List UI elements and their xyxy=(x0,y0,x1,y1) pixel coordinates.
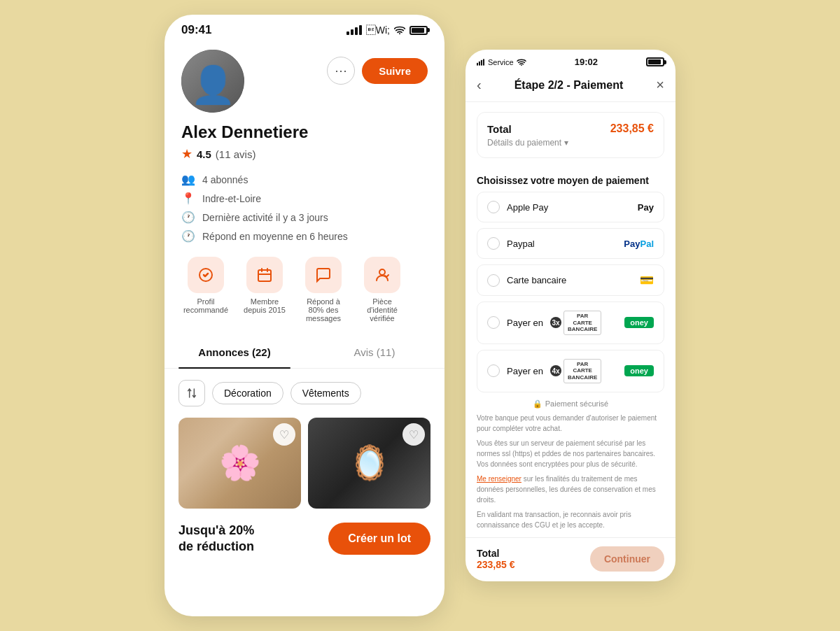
battery-right xyxy=(646,57,664,66)
total-amount: 233,85 € xyxy=(610,122,654,135)
lock-icon: 🔒 xyxy=(533,399,542,409)
legal-line2: Vous êtes sur un serveur de paiement séc… xyxy=(477,438,664,469)
footer-total-amount: 233,85 € xyxy=(477,559,515,570)
oney3-label: Payer en xyxy=(507,318,543,328)
continue-button[interactable]: Continuer xyxy=(590,546,664,572)
card-label: Carte bancaire xyxy=(507,275,566,285)
close-button[interactable]: × xyxy=(656,77,664,93)
legal-line1: Votre banque peut vous demander d'autori… xyxy=(477,413,664,434)
signal-icon-right xyxy=(477,59,485,66)
messages-icon xyxy=(305,257,342,293)
payment-option-card[interactable]: Carte bancaire 💳 xyxy=(477,264,664,296)
badge-recommended: Profil recommandé xyxy=(181,257,230,322)
location-item: 📍 Indre-et-Loire xyxy=(181,192,428,205)
create-lot-button[interactable]: Créer un lot xyxy=(328,523,430,555)
star-icon: ★ xyxy=(181,146,192,162)
favorite-button-2[interactable]: ♡ xyxy=(402,423,425,446)
payment-header: ‹ Étape 2/2 - Paiement × xyxy=(465,71,676,102)
followers-text: 4 abonnés xyxy=(202,174,248,185)
legal-text: Votre banque peut vous demander d'autori… xyxy=(465,413,676,530)
rating-value: 4.5 xyxy=(197,148,211,160)
wifi-icon xyxy=(394,26,405,34)
details-label: Détails du paiement xyxy=(487,138,561,148)
filter-decoration[interactable]: Décoration xyxy=(212,382,284,404)
card-icon: 💳 xyxy=(640,274,654,287)
badge-identity: Pièce d'identité vérifiée xyxy=(358,257,407,322)
legal-line3: Me renseigner sur les finalités du trait… xyxy=(477,474,664,505)
header-actions: ⋯ Suivre xyxy=(327,57,428,85)
legal-line4: En validant ma transaction, je reconnais… xyxy=(477,509,664,530)
details-row[interactable]: Détails du paiement ▾ xyxy=(487,138,654,148)
badge-member: Membre depuis 2015 xyxy=(240,257,289,322)
clock-icon: 🕐 xyxy=(181,211,195,224)
footer-total-label: Total xyxy=(477,548,515,559)
payment-title: Étape 2/2 - Paiement xyxy=(514,79,624,92)
svg-rect-2 xyxy=(258,270,271,281)
more-button[interactable]: ⋯ xyxy=(327,57,355,85)
badge-identity-label: Pièce d'identité vérifiée xyxy=(358,297,407,322)
payment-option-oney4[interactable]: Payer en 4x PARCARTEBANCAIRE oney xyxy=(477,350,664,392)
payment-option-apple-pay[interactable]: Apple Pay Pay xyxy=(477,192,664,222)
radio-card xyxy=(487,274,500,287)
profile-meta: 👥 4 abonnés 📍 Indre-et-Loire 🕐 Dernière … xyxy=(181,173,428,243)
status-bar-right: Service 19:02 xyxy=(465,50,676,71)
wifi-icon-right xyxy=(517,59,526,66)
favorite-button-1[interactable]: ♡ xyxy=(273,423,295,446)
profile-header: ⋯ Suivre xyxy=(164,43,444,113)
svg-rect-7 xyxy=(483,59,484,65)
radio-apple-pay xyxy=(487,201,500,213)
wifi-icon: Wi; xyxy=(366,24,390,36)
activity-item: 🕐 Dernière activité il y a 3 jours xyxy=(181,211,428,224)
discount-text: Jusqu'à 20%de réduction xyxy=(178,523,254,555)
svg-point-8 xyxy=(521,64,522,65)
profile-info: Alex Dennetiere ★ 4.5 (11 avis) 👥 4 abon… xyxy=(164,113,444,243)
svg-point-0 xyxy=(399,33,400,34)
total-section: Total 233,85 € Détails du paiement ▾ xyxy=(477,112,664,158)
payment-methods: Apple Pay Pay Paypal PayPal Carte bancai… xyxy=(465,192,676,392)
product-card-1[interactable]: 🌸 ♡ xyxy=(178,418,301,509)
location-icon: 📍 xyxy=(181,192,195,205)
par-carte-logo-4: PARCARTEBANCAIRE xyxy=(564,359,601,383)
status-signal: Service xyxy=(477,58,526,66)
battery-icon xyxy=(410,26,428,35)
follow-button[interactable]: Suivre xyxy=(362,58,428,84)
apple-pay-label: Apple Pay xyxy=(507,202,548,213)
svg-rect-6 xyxy=(481,59,482,65)
profile-name: Alex Dennetiere xyxy=(181,122,428,142)
clock2-icon: 🕐 xyxy=(181,229,195,243)
identity-icon xyxy=(364,257,400,293)
chevron-down-icon: ▾ xyxy=(564,138,568,148)
sort-icon xyxy=(186,388,197,399)
par-carte-logo-3: PARCARTEBANCAIRE xyxy=(564,311,601,335)
total-row: Total 233,85 € xyxy=(487,122,654,135)
apple-pay-logo: Pay xyxy=(638,202,654,213)
oney4-logo: oney xyxy=(624,365,654,376)
tab-annonces[interactable]: Annonces (22) xyxy=(164,336,304,368)
legal-link[interactable]: Me renseigner xyxy=(477,475,522,483)
payment-footer: Total 233,85 € Continuer xyxy=(465,537,676,580)
radio-oney3 xyxy=(487,316,500,329)
activity-text: Dernière activité il y a 3 jours xyxy=(202,212,328,223)
oney3x-badge: 3x xyxy=(550,317,561,328)
oney4x-badge: 4x xyxy=(550,365,561,376)
badge-messages-label: Répond à 80% des messages xyxy=(299,297,348,322)
signal-icon xyxy=(346,25,362,35)
svg-rect-5 xyxy=(479,61,480,65)
review-count: (11 avis) xyxy=(216,148,256,160)
radio-paypal xyxy=(487,237,500,250)
paypal-logo: PayPal xyxy=(624,239,654,249)
status-icons-left: Wi; xyxy=(346,24,428,36)
sort-button[interactable] xyxy=(178,380,205,406)
time-left: 09:41 xyxy=(181,23,211,37)
choose-payment-label: Choisissez votre moyen de paiement xyxy=(465,168,676,192)
filter-vetements[interactable]: Vêtements xyxy=(290,382,361,404)
product-card-2[interactable]: 🪞 ♡ xyxy=(308,418,430,509)
tab-avis[interactable]: Avis (11) xyxy=(304,336,444,368)
back-button[interactable]: ‹ xyxy=(477,77,482,93)
response-item: 🕐 Répond en moyenne en 6 heures xyxy=(181,229,428,243)
badges-row: Profil recommandé Membre depuis 2015 Rép… xyxy=(164,243,444,322)
response-text: Répond en moyenne en 6 heures xyxy=(202,231,348,242)
payment-option-paypal[interactable]: Paypal PayPal xyxy=(477,228,664,259)
followers-icon: 👥 xyxy=(181,173,195,186)
payment-option-oney3[interactable]: Payer en 3x PARCARTEBANCAIRE oney xyxy=(477,302,664,344)
